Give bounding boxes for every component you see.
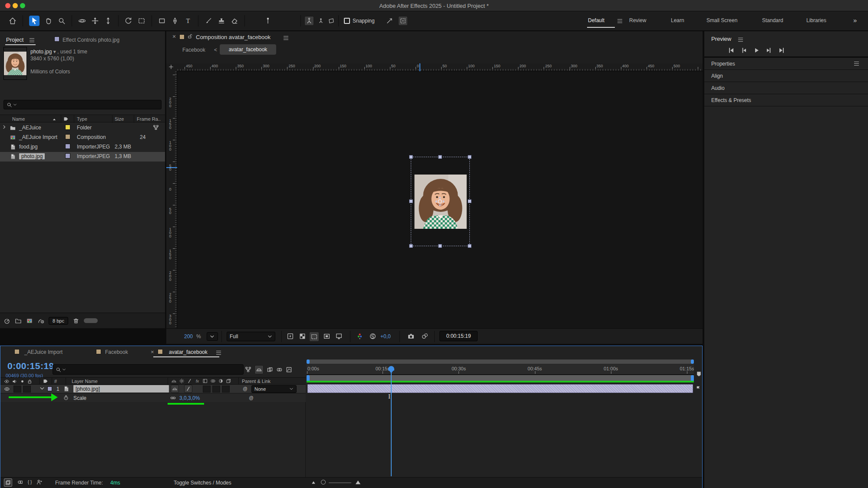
snapping-checkbox[interactable] bbox=[344, 18, 350, 24]
expander-icon[interactable] bbox=[2, 125, 7, 129]
stopwatch-icon[interactable] bbox=[63, 395, 69, 401]
new-composition-icon[interactable] bbox=[26, 317, 33, 324]
comp-tab-close-icon[interactable]: × bbox=[172, 33, 176, 40]
project-row-food.jpg[interactable]: food.jpgImporterJPEG2,3 MB bbox=[0, 142, 165, 152]
timeline-tab-aejuice-import[interactable]: _AEJuice Import bbox=[24, 349, 63, 355]
workspace-libraries[interactable]: Libraries bbox=[806, 17, 826, 23]
bslash-column-icon[interactable] bbox=[187, 378, 192, 384]
item-name[interactable]: _AEJuice Import bbox=[19, 134, 57, 140]
puppet-tool-icon[interactable] bbox=[264, 17, 272, 25]
solo-column-icon[interactable] bbox=[20, 379, 25, 384]
scale-value[interactable]: 3,0,3,0% bbox=[179, 395, 200, 401]
resolution-dropdown[interactable]: Full bbox=[227, 332, 275, 341]
home-tool-icon[interactable] bbox=[9, 17, 17, 25]
parent-pickwhip-icon[interactable]: @ bbox=[242, 386, 248, 392]
vertical-ruler[interactable]: 20015010050050100150200250300 bbox=[166, 71, 177, 328]
mask-visibility-icon[interactable] bbox=[323, 333, 330, 340]
comp-panel-menu-icon[interactable] bbox=[284, 36, 288, 40]
mblur-icon[interactable] bbox=[276, 366, 283, 373]
lock-cell[interactable] bbox=[23, 386, 31, 392]
shy-column-icon[interactable] bbox=[171, 378, 177, 384]
color-management-icon[interactable] bbox=[369, 333, 376, 340]
hand-tool-icon[interactable] bbox=[45, 17, 53, 25]
transparency-grid-icon[interactable] bbox=[299, 333, 306, 340]
workspace-standard[interactable]: Standard bbox=[762, 17, 783, 23]
comp-tab-title[interactable]: Composition avatar_facebook bbox=[196, 34, 271, 40]
project-panel-menu-icon[interactable] bbox=[30, 38, 34, 42]
workspace-small-screen[interactable]: Small Screen bbox=[706, 17, 737, 23]
sort-ascending-icon[interactable] bbox=[52, 117, 56, 122]
ruler-origin-icon[interactable] bbox=[168, 64, 174, 70]
snap-arrow-icon[interactable] bbox=[386, 17, 393, 24]
breadcrumb-current[interactable]: avatar_facebook bbox=[220, 44, 276, 55]
dolly-tool-icon[interactable] bbox=[104, 17, 112, 25]
thumbnail-size-slider[interactable] bbox=[84, 318, 98, 323]
timeline-zoom-track[interactable] bbox=[329, 482, 351, 483]
eraser-tool-icon[interactable] bbox=[231, 17, 238, 25]
axis-view-icon[interactable] bbox=[328, 17, 335, 24]
column-parent-link[interactable]: Parent & Link bbox=[242, 379, 271, 384]
breadcrumb-parent[interactable]: Facebook bbox=[182, 47, 205, 53]
label-color-square[interactable] bbox=[65, 153, 70, 158]
tab-effect-controls[interactable]: Effect Controls photo.jpg bbox=[63, 37, 119, 43]
layer-visibility-icon[interactable] bbox=[4, 386, 10, 392]
pen-tool-icon[interactable] bbox=[171, 17, 179, 25]
label-color-square[interactable] bbox=[65, 134, 70, 139]
scale-property-label[interactable]: Scale bbox=[73, 395, 86, 401]
zoom-out-mountain-icon[interactable] bbox=[311, 480, 316, 485]
expand-box-icon[interactable] bbox=[398, 16, 408, 26]
project-row-_AEJuice Import[interactable]: _AEJuice ImportComposition24 bbox=[0, 133, 165, 142]
new-folder-icon[interactable] bbox=[15, 317, 22, 324]
solo-cell[interactable] bbox=[13, 386, 21, 392]
exposure-value[interactable]: +0,0 bbox=[380, 333, 391, 340]
footage-name[interactable]: photo.jpg bbox=[30, 49, 52, 55]
interpret-footage-icon[interactable] bbox=[3, 317, 10, 324]
adjhalf-column-icon[interactable] bbox=[218, 378, 224, 384]
layer-row[interactable]: 1 [photo.jpg] @ None bbox=[0, 385, 306, 393]
timeline-current-time[interactable]: 0:00:15:19 bbox=[7, 361, 54, 371]
project-row-_AEJuice[interactable]: _AEJuiceFolder bbox=[0, 123, 165, 133]
sun-column-icon[interactable] bbox=[179, 378, 185, 384]
column-size[interactable]: Size bbox=[115, 116, 124, 122]
pan-tool-icon[interactable] bbox=[91, 17, 99, 25]
timeline-zoom-knob[interactable] bbox=[321, 480, 326, 485]
rotate-tool-icon[interactable] bbox=[125, 17, 132, 25]
eye-column-icon[interactable] bbox=[4, 379, 10, 384]
handle-top-center[interactable] bbox=[438, 155, 442, 159]
type-tool-icon[interactable]: T bbox=[184, 17, 192, 25]
handle-bottom-left[interactable] bbox=[409, 244, 413, 248]
stamp-tool-icon[interactable] bbox=[218, 17, 225, 25]
magnification-value[interactable]: 200 bbox=[184, 333, 193, 340]
render-order-icon[interactable] bbox=[36, 479, 43, 485]
timeline-tab-facebook[interactable]: Facebook bbox=[105, 349, 128, 355]
constrain-proportions-icon[interactable] bbox=[170, 395, 176, 401]
search-options-chevron-icon[interactable] bbox=[13, 103, 17, 107]
time-ruler[interactable]: 0:00s00:15s00:30s00:45s01:00s01:15s bbox=[307, 364, 694, 375]
channel-select-icon[interactable] bbox=[356, 333, 363, 340]
column-type[interactable]: Type bbox=[77, 116, 87, 122]
layer-quality-icon[interactable] bbox=[184, 385, 192, 393]
toggle-switches-modes-button[interactable]: Toggle Switches / Modes bbox=[174, 480, 231, 486]
tab-project[interactable]: Project bbox=[6, 36, 23, 43]
fast-previews-icon[interactable] bbox=[287, 333, 294, 340]
panel-tab-effects-presets[interactable]: Effects & Presets bbox=[704, 94, 868, 106]
handle-bottom-right[interactable] bbox=[468, 244, 472, 248]
item-name[interactable]: photo.jpg bbox=[19, 153, 45, 159]
preview-panel-title[interactable]: Preview bbox=[711, 36, 731, 42]
timeline-tab-avatar-facebook[interactable]: avatar_facebook bbox=[169, 349, 208, 355]
magnification-dropdown[interactable] bbox=[207, 332, 218, 341]
fx-column-icon[interactable]: fx bbox=[195, 378, 200, 384]
transfer-controls-icon[interactable] bbox=[17, 479, 23, 485]
zoom-in-mountain-icon[interactable] bbox=[355, 479, 361, 485]
fblend-icon[interactable] bbox=[267, 366, 273, 373]
preview-menu-icon[interactable] bbox=[738, 38, 743, 42]
region-of-interest-icon[interactable] bbox=[309, 332, 319, 342]
workspace-overflow-chevron[interactable]: » bbox=[853, 16, 857, 24]
handle-top-right[interactable] bbox=[468, 155, 472, 159]
playhead-marker[interactable] bbox=[388, 366, 394, 371]
ruler-origin-box[interactable] bbox=[166, 63, 177, 71]
label-column-icon[interactable] bbox=[63, 116, 69, 122]
handle-mid-left[interactable] bbox=[409, 199, 413, 203]
handle-top-left[interactable] bbox=[409, 155, 413, 159]
lock-column-icon[interactable] bbox=[27, 379, 33, 384]
